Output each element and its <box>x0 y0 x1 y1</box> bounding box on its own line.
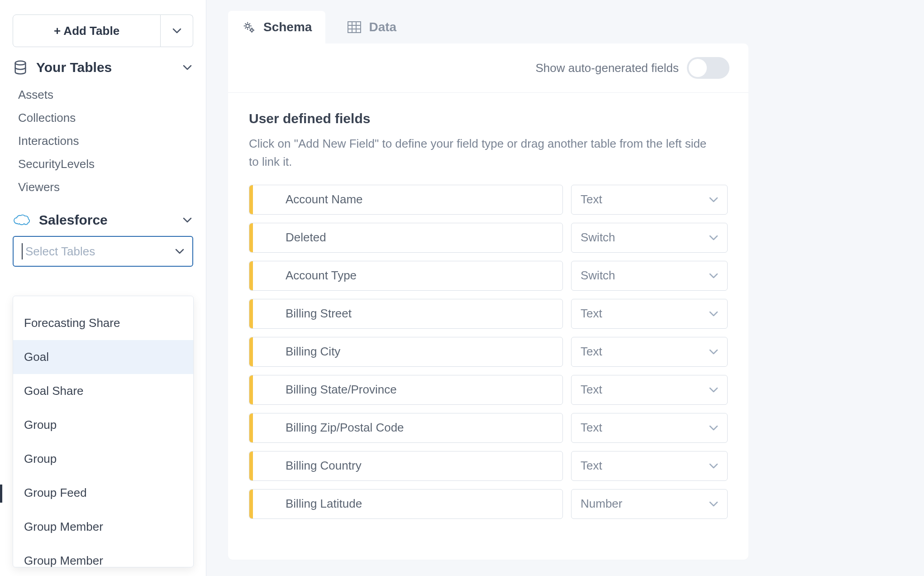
autogen-fields-toggle[interactable] <box>687 57 729 79</box>
field-type-label: Text <box>581 192 709 206</box>
svg-point-0 <box>15 61 26 65</box>
dropdown-option[interactable]: Forecast Share <box>13 296 193 306</box>
field-name-box[interactable]: Billing Country <box>249 451 563 481</box>
field-name-label: Billing Zip/Postal Code <box>253 421 404 435</box>
sidebar-table-item[interactable]: SecurityLevels <box>13 153 193 176</box>
dropdown-option[interactable]: Forecasting Share <box>13 306 193 340</box>
field-type-select[interactable]: Text <box>571 299 728 329</box>
field-name-label: Billing Street <box>253 307 352 321</box>
field-accent-bar <box>249 375 253 404</box>
field-row: Account NameText <box>249 185 728 215</box>
chevron-down-icon <box>709 463 718 469</box>
field-name-label: Deleted <box>253 230 326 245</box>
select-tables-placeholder: Select Tables <box>25 245 175 259</box>
field-accent-bar <box>249 490 253 518</box>
field-name-label: Billing State/Province <box>253 383 397 397</box>
tab-label: Schema <box>263 20 312 34</box>
field-row: DeletedSwitch <box>249 223 728 253</box>
dropdown-option[interactable]: Group Feed <box>13 476 193 510</box>
field-name-box[interactable]: Billing Latitude <box>249 489 563 519</box>
tab-label: Data <box>369 20 396 34</box>
chevron-down-icon <box>709 197 718 203</box>
field-type-label: Number <box>581 497 709 511</box>
field-accent-bar <box>249 451 253 480</box>
select-tables-input[interactable]: Select Tables <box>13 236 193 267</box>
sidebar-table-item[interactable]: Assets <box>13 83 193 106</box>
field-type-select[interactable]: Text <box>571 185 728 215</box>
schema-panel: Show auto-generated fields User defined … <box>228 43 748 560</box>
field-type-select[interactable]: Text <box>571 337 728 367</box>
field-name-box[interactable]: Billing Zip/Postal Code <box>249 413 563 443</box>
autogen-fields-label: Show auto-generated fields <box>535 61 679 75</box>
sidebar-table-item[interactable]: Interactions <box>13 130 193 153</box>
salesforce-section-header[interactable]: Salesforce <box>13 212 193 228</box>
field-name-box[interactable]: Billing City <box>249 337 563 367</box>
field-accent-bar <box>249 185 253 214</box>
your-tables-section-header[interactable]: Your Tables <box>13 60 193 75</box>
chevron-down-icon <box>709 387 718 393</box>
dropdown-option[interactable]: Goal Share <box>13 374 193 408</box>
field-type-select[interactable]: Text <box>571 451 728 481</box>
field-row: Billing LatitudeNumber <box>249 489 728 519</box>
sidebar-table-item[interactable]: Viewers <box>13 176 193 199</box>
add-table-button[interactable]: + Add Table <box>13 14 161 47</box>
field-type-select[interactable]: Text <box>571 413 728 443</box>
chevron-down-icon <box>709 235 718 241</box>
field-row: Billing State/ProvinceText <box>249 375 728 405</box>
left-edge-strip <box>0 485 2 503</box>
field-type-label: Text <box>581 307 709 321</box>
database-icon <box>13 60 28 75</box>
tab-schema[interactable]: Schema <box>228 11 325 43</box>
field-name-box[interactable]: Deleted <box>249 223 563 253</box>
tabs: SchemaData <box>228 11 902 43</box>
your-tables-list: AssetsCollectionsInteractionsSecurityLev… <box>13 83 193 199</box>
field-name-box[interactable]: Account Name <box>249 185 563 215</box>
field-type-label: Text <box>581 459 709 473</box>
field-accent-bar <box>249 223 253 252</box>
user-defined-fields-description: Click on "Add New Field" to define your … <box>249 134 719 171</box>
dropdown-option[interactable]: Goal <box>13 340 193 374</box>
field-row: Account TypeSwitch <box>249 261 728 291</box>
field-name-label: Billing Latitude <box>253 497 362 511</box>
field-row: Billing StreetText <box>249 299 728 329</box>
field-type-label: Text <box>581 421 709 435</box>
field-type-label: Switch <box>581 230 709 245</box>
field-type-label: Text <box>581 345 709 359</box>
field-row: Billing CityText <box>249 337 728 367</box>
salesforce-cloud-icon <box>13 213 31 227</box>
field-type-select[interactable]: Switch <box>571 261 728 291</box>
field-type-label: Switch <box>581 269 709 283</box>
main-content: SchemaData Show auto-generated fields Us… <box>206 0 924 576</box>
select-tables-dropdown: Forecast ShareForecasting ShareGoalGoal … <box>13 296 194 567</box>
field-name-box[interactable]: Billing State/Province <box>249 375 563 405</box>
dropdown-option[interactable]: Group Member <box>13 544 193 567</box>
chevron-down-icon <box>175 248 184 254</box>
user-defined-fields-title: User defined fields <box>249 111 728 126</box>
field-row: Billing CountryText <box>249 451 728 481</box>
field-list: Account NameTextDeletedSwitchAccount Typ… <box>249 185 728 519</box>
dropdown-option[interactable]: Group <box>13 408 193 442</box>
add-table-dropdown-button[interactable] <box>161 14 193 47</box>
field-type-select[interactable]: Text <box>571 375 728 405</box>
text-cursor <box>22 243 23 259</box>
salesforce-title: Salesforce <box>39 212 173 228</box>
svg-point-2 <box>251 29 253 32</box>
field-type-select[interactable]: Number <box>571 489 728 519</box>
field-type-select[interactable]: Switch <box>571 223 728 253</box>
field-name-box[interactable]: Account Type <box>249 261 563 291</box>
chevron-down-icon <box>709 425 718 431</box>
chevron-down-icon <box>709 349 718 355</box>
field-name-label: Account Type <box>253 269 357 283</box>
your-tables-title: Your Tables <box>36 60 173 75</box>
dropdown-option[interactable]: Group <box>13 442 193 476</box>
field-accent-bar <box>249 337 253 366</box>
dropdown-option[interactable]: Group Member <box>13 510 193 544</box>
field-name-label: Account Name <box>253 192 363 206</box>
sidebar-table-item[interactable]: Collections <box>13 106 193 130</box>
svg-point-1 <box>246 24 249 28</box>
tab-data[interactable]: Data <box>333 11 410 43</box>
field-name-label: Billing City <box>253 345 340 359</box>
svg-rect-3 <box>348 22 361 33</box>
field-row: Billing Zip/Postal CodeText <box>249 413 728 443</box>
field-name-box[interactable]: Billing Street <box>249 299 563 329</box>
